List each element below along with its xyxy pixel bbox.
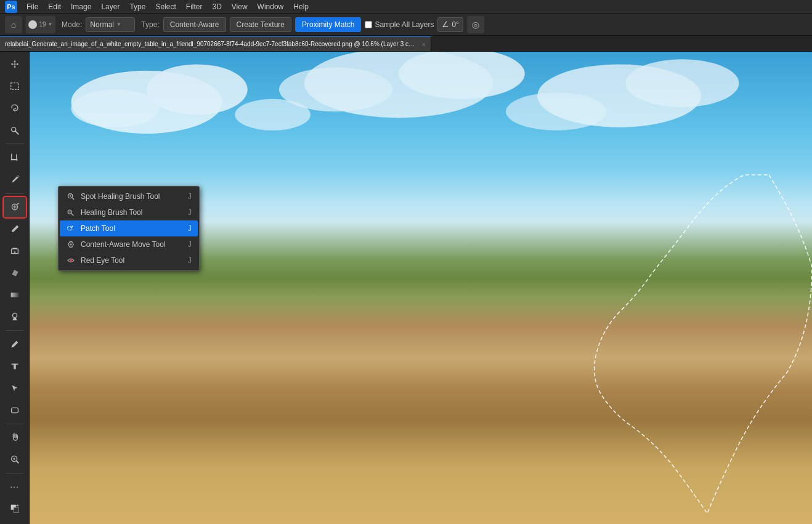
mode-chevron-icon: ▼ bbox=[116, 22, 121, 27]
svg-point-15 bbox=[147, 64, 248, 115]
menu-window[interactable]: Window bbox=[253, 1, 288, 12]
move-tool-btn[interactable] bbox=[4, 54, 26, 75]
text-tool-btn[interactable] bbox=[4, 356, 26, 377]
menu-bar: Ps File Edit Image Layer Type Select Fil… bbox=[0, 0, 812, 14]
select-rect-btn[interactable] bbox=[4, 76, 26, 97]
sample-all-layers-label[interactable]: Sample All Layers bbox=[365, 20, 434, 29]
mode-dropdown[interactable]: Normal ▼ bbox=[86, 17, 135, 32]
menu-image[interactable]: Image bbox=[67, 1, 95, 12]
healing-brush-shortcut: J bbox=[188, 208, 192, 217]
canvas-area: Spot Healing Brush Tool J Healing Brush … bbox=[30, 52, 812, 524]
ctx-spot-healing-item[interactable]: Spot Healing Brush Tool J bbox=[60, 188, 198, 204]
home-icon: ⌂ bbox=[11, 20, 16, 30]
menu-select[interactable]: Select bbox=[151, 1, 180, 12]
type-label: Type: bbox=[141, 20, 159, 29]
content-aware-move-shortcut: J bbox=[188, 240, 192, 249]
tab-bar: relabelai_Generate_an_image_of_a_white_e… bbox=[0, 36, 812, 52]
svg-rect-5 bbox=[10, 292, 18, 297]
svg-rect-28 bbox=[68, 227, 72, 230]
tab-close-button[interactable]: × bbox=[422, 41, 426, 48]
lasso-tool-btn[interactable] bbox=[4, 98, 26, 119]
svg-point-22 bbox=[235, 99, 311, 131]
menu-type[interactable]: Type bbox=[125, 1, 150, 12]
hand-tool-btn[interactable] bbox=[4, 427, 26, 448]
main-area: ··· bbox=[0, 52, 812, 524]
crop-tool-btn[interactable] bbox=[4, 147, 26, 168]
brush-tool-btn[interactable] bbox=[4, 219, 26, 240]
tool-brush-btn[interactable]: 19 ▼ bbox=[26, 16, 55, 33]
toolbar-separator-1 bbox=[6, 143, 24, 144]
sample-all-layers-checkbox[interactable] bbox=[365, 21, 372, 28]
proximity-match-btn[interactable]: Proximity Match bbox=[295, 17, 361, 32]
clone-stamp-btn[interactable] bbox=[4, 241, 26, 262]
pen-tool-btn[interactable] bbox=[4, 334, 26, 355]
brush-size-number: 19 bbox=[39, 21, 46, 28]
healing-brush-icon bbox=[66, 208, 76, 217]
brush-circle-icon bbox=[28, 20, 37, 29]
ctx-content-aware-move-item[interactable]: Content-Aware Move Tool J bbox=[60, 236, 198, 252]
toolbar-separator-2 bbox=[6, 193, 24, 194]
ctx-red-eye-item[interactable]: Red Eye Tool J bbox=[60, 252, 198, 268]
menu-help[interactable]: Help bbox=[289, 1, 313, 12]
ps-logo: Ps bbox=[5, 1, 17, 13]
red-eye-icon bbox=[66, 256, 76, 265]
ellipsis-icon: ··· bbox=[10, 482, 19, 491]
document-tab[interactable]: relabelai_Generate_an_image_of_a_white_e… bbox=[0, 36, 431, 51]
more-tools-btn[interactable]: ··· bbox=[4, 477, 26, 498]
angle-box: ∠ 0° bbox=[437, 17, 463, 32]
content-aware-move-label: Content-Aware Move Tool bbox=[81, 240, 183, 249]
angle-icon: ∠ bbox=[442, 20, 449, 29]
svg-rect-13 bbox=[14, 507, 18, 512]
svg-point-29 bbox=[70, 259, 72, 262]
target-icon: ◎ bbox=[472, 20, 479, 30]
target-button[interactable]: ◎ bbox=[467, 16, 484, 33]
ctx-patch-tool-item[interactable]: Patch Tool J bbox=[60, 220, 198, 236]
swap-colors-btn[interactable] bbox=[4, 498, 26, 519]
svg-point-2 bbox=[11, 127, 15, 131]
healing-brush-tool-btn[interactable] bbox=[4, 197, 26, 218]
eyedropper-btn[interactable] bbox=[4, 169, 26, 190]
eraser-btn[interactable] bbox=[4, 262, 26, 283]
tab-filename: relabelai_Generate_an_image_of_a_white_e… bbox=[5, 41, 418, 47]
content-aware-move-icon bbox=[66, 240, 76, 249]
patch-tool-icon bbox=[66, 224, 76, 233]
home-button[interactable]: ⌂ bbox=[5, 16, 22, 33]
red-eye-shortcut: J bbox=[188, 256, 192, 265]
ctx-healing-item[interactable]: Healing Brush Tool J bbox=[60, 204, 198, 220]
options-bar: ⌂ 19 ▼ Mode: Normal ▼ Type: Content-Awar… bbox=[0, 14, 812, 36]
zoom-tool-btn[interactable] bbox=[4, 449, 26, 470]
svg-line-9 bbox=[16, 461, 18, 464]
menu-file[interactable]: File bbox=[22, 1, 43, 12]
create-texture-btn[interactable]: Create Texture bbox=[230, 17, 292, 32]
context-menu: Spot Healing Brush Tool J Healing Brush … bbox=[58, 186, 200, 271]
dodge-burn-btn[interactable] bbox=[4, 307, 26, 328]
svg-point-16 bbox=[71, 89, 159, 127]
spot-healing-icon bbox=[66, 191, 76, 201]
content-aware-btn[interactable]: Content-Aware bbox=[163, 17, 226, 32]
menu-edit[interactable]: Edit bbox=[44, 1, 65, 12]
menu-3d[interactable]: 3D bbox=[208, 1, 225, 12]
menu-layer[interactable]: Layer bbox=[97, 1, 124, 12]
spot-healing-label: Spot Healing Brush Tool bbox=[81, 192, 183, 201]
patch-tool-shortcut: J bbox=[188, 224, 192, 233]
svg-line-4 bbox=[17, 203, 18, 205]
angle-value: 0° bbox=[452, 20, 458, 29]
svg-point-6 bbox=[12, 313, 17, 318]
spot-healing-shortcut: J bbox=[188, 192, 192, 201]
shape-tool-btn[interactable] bbox=[4, 400, 26, 421]
magic-wand-btn[interactable] bbox=[4, 120, 26, 141]
path-select-btn[interactable] bbox=[4, 377, 26, 398]
gradient-btn[interactable] bbox=[4, 284, 26, 305]
mode-label: Mode: bbox=[62, 20, 82, 29]
create-texture-label: Create Texture bbox=[237, 20, 285, 29]
svg-rect-7 bbox=[11, 408, 18, 413]
svg-line-27 bbox=[71, 214, 74, 216]
svg-point-23 bbox=[506, 92, 607, 130]
menu-view[interactable]: View bbox=[227, 1, 252, 12]
mode-value: Normal bbox=[90, 20, 114, 29]
canvas-image bbox=[30, 52, 812, 524]
svg-rect-0 bbox=[10, 83, 18, 90]
svg-point-21 bbox=[625, 59, 739, 107]
menu-filter[interactable]: Filter bbox=[182, 1, 207, 12]
content-aware-label: Content-Aware bbox=[170, 20, 219, 29]
